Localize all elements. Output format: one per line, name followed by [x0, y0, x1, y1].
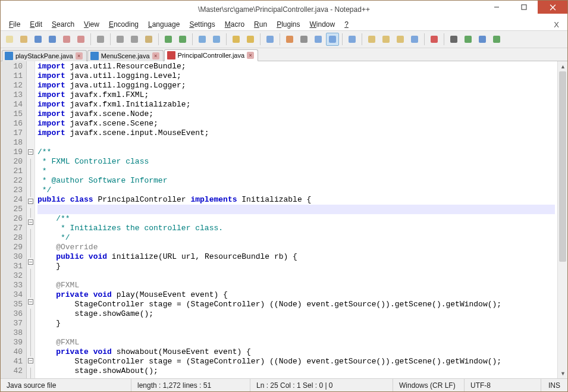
scroll-down-icon[interactable]: ▼ — [558, 368, 567, 378]
code-line[interactable]: */ — [37, 233, 555, 243]
menu-edit[interactable]: Edit — [25, 19, 47, 30]
paste-icon[interactable] — [142, 33, 155, 46]
find-icon[interactable] — [196, 33, 209, 46]
fast-icon[interactable] — [476, 33, 489, 46]
eye-icon[interactable] — [408, 33, 421, 46]
close-icon[interactable]: × — [247, 52, 254, 59]
code-line[interactable]: StageController stage = (StageController… — [37, 357, 555, 366]
menu-settings[interactable]: Settings — [184, 19, 219, 30]
code-line[interactable]: */ — [37, 186, 555, 195]
tab-principalcontroller[interactable]: PrincipalController.java× — [164, 49, 259, 61]
vertical-scrollbar[interactable]: ▲ ▼ — [557, 61, 567, 378]
code-line[interactable]: * Initializes the controller class. — [37, 224, 555, 233]
code-line[interactable] — [37, 328, 555, 338]
fold-toggle-icon[interactable] — [28, 219, 33, 225]
code-line[interactable]: @FXML — [37, 281, 555, 290]
code-line[interactable]: * — [37, 167, 555, 176]
redo-icon[interactable] — [176, 33, 189, 46]
chars-icon[interactable] — [297, 33, 310, 46]
menu-encoding[interactable]: Encoding — [104, 19, 143, 30]
replace-icon[interactable] — [210, 33, 223, 46]
code-line[interactable]: public void initialize(URL url, Resource… — [37, 252, 555, 262]
code-line[interactable]: StageController stage = (StageController… — [37, 300, 555, 309]
undo-icon[interactable] — [162, 33, 175, 46]
zoom-out-icon[interactable] — [244, 33, 257, 46]
code-line[interactable]: import java.util.logging.Logger; — [37, 81, 555, 90]
menu-help[interactable]: ? — [340, 19, 353, 30]
tab-playstackpane[interactable]: playStackPane.java× — [2, 50, 87, 61]
save-all-icon[interactable] — [46, 33, 59, 46]
close-icon[interactable]: × — [76, 52, 83, 59]
stop-icon[interactable] — [447, 33, 460, 46]
code-line[interactable]: stage.showGame(); — [37, 309, 555, 319]
menu-run[interactable]: Run — [249, 19, 272, 30]
menu-window[interactable]: Window — [305, 19, 340, 30]
fold-toggle-icon[interactable] — [28, 149, 33, 155]
monitor-icon[interactable] — [346, 33, 359, 46]
code-line[interactable]: import java.util.logging.Level; — [37, 71, 555, 81]
file-icon — [90, 52, 99, 60]
code-line[interactable]: } — [37, 262, 555, 271]
minimize-button[interactable] — [483, 1, 510, 14]
code-line[interactable]: private void play(MouseEvent event) { — [37, 290, 555, 300]
code-line[interactable]: import javafx.fxml.Initializable; — [37, 100, 555, 109]
menu-language[interactable]: Language — [143, 19, 184, 30]
menu-plugins[interactable]: Plugins — [272, 19, 305, 30]
menu-search[interactable]: Search — [47, 19, 79, 30]
code-line[interactable]: * @author Software Informer — [37, 176, 555, 186]
code-line[interactable]: /** — [37, 214, 555, 224]
doc1-icon[interactable] — [365, 33, 378, 46]
code-line[interactable]: /** — [37, 148, 555, 157]
fold-toggle-icon[interactable] — [28, 259, 33, 265]
indent-icon[interactable] — [312, 33, 325, 46]
open-icon[interactable] — [17, 33, 30, 46]
fold-toggle-icon[interactable] — [28, 299, 33, 305]
code-line[interactable]: } — [37, 319, 555, 328]
code-line[interactable] — [37, 205, 555, 214]
code-line[interactable]: stage.showAbout(); — [37, 366, 555, 376]
menu-file[interactable]: File — [4, 19, 25, 30]
close-all-icon[interactable] — [74, 33, 87, 46]
menu-macro[interactable]: Macro — [220, 19, 249, 30]
code-line[interactable]: import java.util.ResourceBundle; — [37, 62, 555, 71]
code-line[interactable]: @FXML — [37, 338, 555, 347]
code-line[interactable] — [37, 271, 555, 281]
print-icon[interactable] — [94, 33, 107, 46]
lang-icon[interactable] — [326, 33, 339, 46]
record-icon[interactable] — [428, 33, 441, 46]
doc2-icon[interactable] — [379, 33, 393, 46]
tab-label: playStackPane.java — [15, 52, 73, 59]
play-macro-icon[interactable] — [462, 33, 475, 46]
code-editor[interactable]: import java.util.ResourceBundle;import j… — [35, 61, 557, 378]
folder-icon[interactable] — [394, 33, 407, 46]
fold-toggle-icon[interactable] — [28, 358, 33, 363]
code-line[interactable]: import javafx.scene.Scene; — [37, 119, 555, 128]
code-line[interactable]: * FXML Controller class — [37, 157, 555, 167]
close-button[interactable] — [538, 1, 567, 14]
code-line[interactable] — [37, 138, 555, 148]
close-icon[interactable] — [60, 33, 73, 46]
code-line[interactable]: public class PrincipalController impleme… — [37, 195, 555, 205]
code-line[interactable]: import javafx.scene.Node; — [37, 109, 555, 119]
code-line[interactable]: @Override — [37, 243, 555, 252]
cut-icon[interactable] — [114, 33, 127, 46]
maximize-button[interactable] — [510, 1, 538, 14]
sync-icon[interactable] — [263, 33, 277, 46]
zoom-in-icon[interactable] — [230, 33, 243, 46]
tab-menuscene[interactable]: MenuScene.java× — [87, 50, 164, 61]
code-line[interactable]: import javafx.scene.input.MouseEvent; — [37, 128, 555, 138]
scroll-up-icon[interactable]: ▲ — [558, 61, 567, 71]
svg-rect-13 — [145, 36, 152, 43]
fold-toggle-icon[interactable] — [28, 199, 33, 204]
code-line[interactable]: private void showabout(MouseEvent event)… — [37, 347, 555, 357]
close-icon[interactable]: × — [152, 52, 159, 59]
copy-icon[interactable] — [128, 33, 141, 46]
menu-view[interactable]: View — [79, 19, 104, 30]
scroll-thumb[interactable] — [559, 71, 566, 262]
menu-document-close[interactable]: X — [549, 20, 564, 29]
code-line[interactable]: import javafx.fxml.FXML; — [37, 90, 555, 100]
new-icon[interactable] — [3, 33, 16, 46]
play-list-icon[interactable] — [490, 33, 503, 46]
wrap-icon[interactable] — [283, 33, 296, 46]
save-icon[interactable] — [32, 33, 45, 46]
